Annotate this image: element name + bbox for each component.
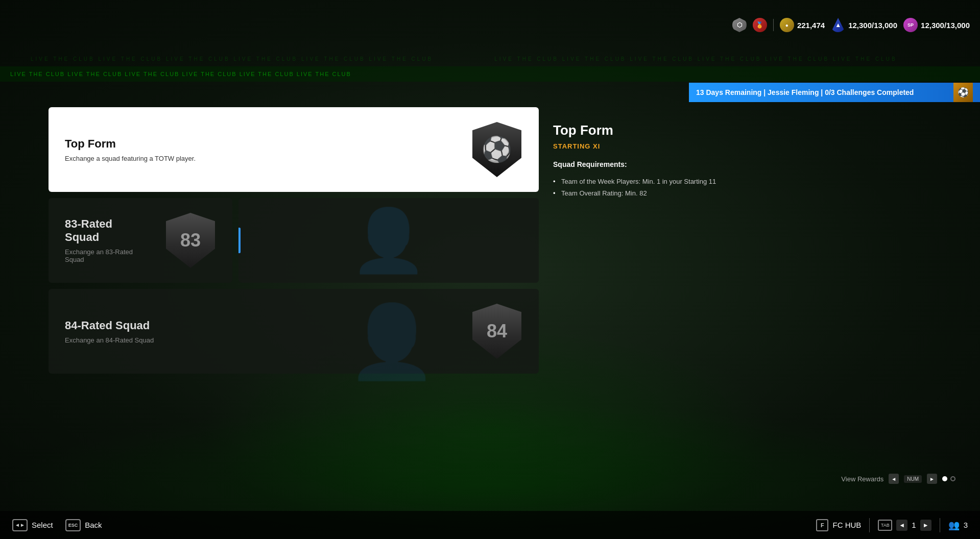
- ticker-scroll-text: LIVE THE CLUB LIVE THE CLUB LIVE THE CLU…: [0, 71, 351, 77]
- totw-badge-shape: ⚽: [472, 122, 521, 177]
- page-number: 1: [912, 521, 916, 529]
- triangle-value: 12,300/13,000: [848, 21, 897, 30]
- badge-83-number: 83: [180, 230, 201, 251]
- requirement-2: Team Overall Rating: Min. 82: [553, 187, 955, 199]
- rated-84-badge: 84: [471, 303, 522, 359]
- person-silhouette-large: 👤: [350, 205, 427, 277]
- back-button[interactable]: ESC Back: [65, 519, 102, 531]
- top-form-title: Top Form: [65, 137, 456, 151]
- coin-currency: ● 221,474: [780, 18, 825, 32]
- triangle-icon: ▲: [831, 18, 845, 32]
- rated-83-row: 83-Rated Squad Exchange an 83-Rated Squa…: [49, 198, 539, 283]
- rated-84-card[interactable]: 84-Rated Squad Exchange an 84-Rated Squa…: [49, 289, 539, 374]
- sp-currency: SP 12,300/13,000: [903, 18, 970, 32]
- rewards-nav-left[interactable]: ◄: [889, 474, 899, 484]
- back-label: Back: [85, 521, 102, 529]
- player-silhouette-icon: ⚽: [482, 135, 512, 164]
- bottom-bar: ◄► Select ESC Back F FC HUB TAB ◄ 1 ► 👥 …: [0, 511, 980, 539]
- f-key: F: [816, 519, 828, 531]
- rated-84-desc: Exchange an 84-Rated Squad: [65, 336, 456, 344]
- bottom-divider-2: [940, 518, 940, 532]
- select-button[interactable]: ◄► Select: [12, 519, 53, 531]
- bottom-right-controls: F FC HUB TAB ◄ 1 ► 👥 3: [816, 518, 968, 532]
- currency-bar: ⬡ 🏅 ● 221,474 ▲ 12,300/13,000 SP 12,300/…: [732, 18, 970, 32]
- tab-key: TAB: [878, 520, 892, 531]
- challenge-banner: 13 Days Remaining | Jessie Fleming | 0/3…: [689, 83, 980, 102]
- shield-84: 84: [472, 304, 521, 359]
- red-badge-currency: 🏅: [753, 18, 767, 32]
- top-form-badge: ⚽: [471, 121, 522, 178]
- sp-icon: SP: [903, 18, 918, 32]
- challenge-text: 13 Days Remaining | Jessie Fleming | 0/3…: [696, 88, 953, 96]
- top-form-desc: Exchange a squad featuring a TOTW player…: [65, 155, 456, 162]
- main-content: Top Form Exchange a squad featuring a TO…: [49, 107, 970, 498]
- fc-hub-label: FC HUB: [832, 521, 861, 529]
- challenge-avatar: ⚽: [953, 83, 973, 102]
- bottom-left-controls: ◄► Select ESC Back: [12, 519, 102, 531]
- top-form-card[interactable]: Top Form Exchange a squad featuring a TO…: [49, 107, 539, 192]
- triangle-currency: ▲ 12,300/13,000: [831, 18, 897, 32]
- requirement-1: Team of the Week Players: Min. 1 in your…: [553, 176, 955, 187]
- select-label: Select: [32, 521, 53, 529]
- rewards-nav-right[interactable]: ►: [927, 474, 937, 484]
- page-nav-left[interactable]: ◄: [896, 520, 907, 531]
- bottom-divider: [869, 518, 870, 532]
- rated-83-badge: 83: [165, 212, 216, 268]
- dot-1: [942, 476, 947, 481]
- back-key: ESC: [65, 519, 81, 531]
- rated-83-right: 👤: [238, 198, 539, 283]
- page-nav-right[interactable]: ►: [920, 520, 931, 531]
- rated-84-info: 84-Rated Squad Exchange an 84-Rated Squa…: [65, 319, 456, 344]
- requirements-title: Squad Requirements:: [553, 160, 955, 168]
- right-panel: Top Form STARTING XI Squad Requirements:…: [539, 107, 970, 498]
- sp-value: 12,300/13,000: [921, 21, 970, 30]
- requirements-list: Team of the Week Players: Min. 1 in your…: [553, 176, 955, 199]
- shield-83: 83: [166, 213, 215, 268]
- view-rewards[interactable]: View Rewards ◄ NUM ►: [841, 474, 955, 484]
- dot-2: [950, 476, 955, 481]
- people-icon: 👥: [948, 520, 960, 531]
- coin-value: 221,474: [797, 21, 825, 30]
- badge-84-number: 84: [487, 321, 507, 342]
- top-ticker-bar: LIVE THE CLUB LIVE THE CLUB LIVE THE CLU…: [0, 66, 980, 82]
- rewards-key: NUM: [904, 475, 922, 483]
- view-rewards-label: View Rewards: [841, 475, 883, 483]
- red-badge-icon: 🏅: [753, 18, 767, 32]
- dot-indicator: [942, 476, 955, 481]
- coin-icon: ●: [780, 18, 794, 32]
- people-count: 3: [964, 521, 968, 529]
- top-form-info: Top Form Exchange a squad featuring a TO…: [65, 137, 456, 162]
- people-indicator: 👥 3: [948, 520, 968, 531]
- rated-83-desc: Exchange an 83-Rated Squad: [65, 248, 150, 263]
- currency-divider: [773, 19, 774, 31]
- fc-hub-button[interactable]: F FC HUB: [816, 519, 861, 531]
- page-indicator: TAB ◄ 1 ►: [878, 520, 931, 531]
- rated-83-card[interactable]: 83-Rated Squad Exchange an 83-Rated Squa…: [49, 198, 232, 283]
- challenge-list: Top Form Exchange a squad featuring a TO…: [49, 107, 539, 498]
- rated-83-title: 83-Rated Squad: [65, 217, 150, 244]
- select-key: ◄►: [12, 519, 28, 531]
- shield-icon: ⬡: [732, 18, 747, 32]
- blue-accent-bar: [238, 228, 241, 253]
- shield-currency: ⬡: [732, 18, 747, 32]
- rated-84-title: 84-Rated Squad: [65, 319, 456, 332]
- rated-83-info: 83-Rated Squad Exchange an 83-Rated Squa…: [65, 217, 150, 263]
- right-panel-subtitle: STARTING XI: [553, 142, 955, 150]
- right-panel-title: Top Form: [553, 122, 955, 138]
